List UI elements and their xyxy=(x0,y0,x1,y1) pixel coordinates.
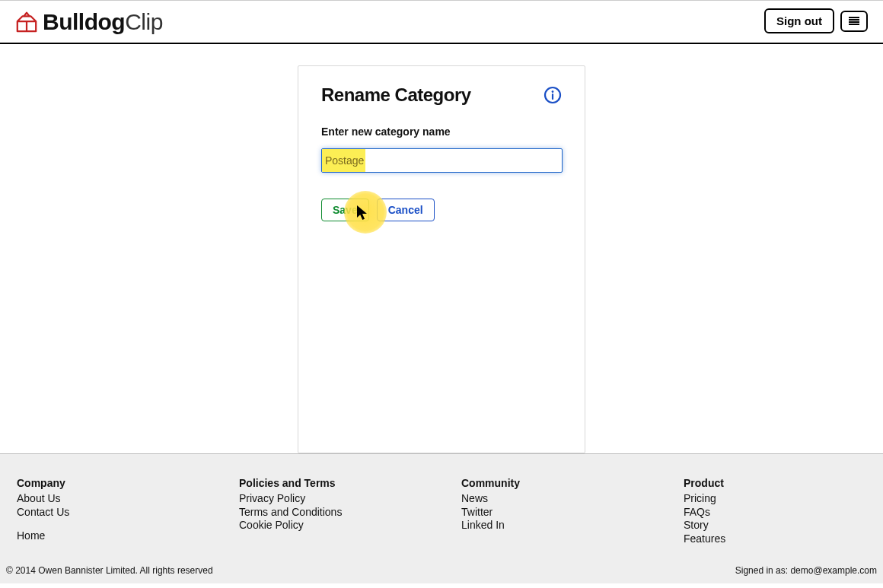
copyright-text: © 2014 Owen Bannister Limited. All right… xyxy=(6,565,213,576)
bulldog-clip-icon xyxy=(15,10,38,33)
footer: Company About Us Contact Us Home Policie… xyxy=(0,453,883,583)
footer-link-linkedin[interactable]: Linked In xyxy=(461,519,684,532)
footer-link-about[interactable]: About Us xyxy=(17,492,239,506)
info-icon[interactable] xyxy=(544,86,562,104)
category-name-label: Enter new category name xyxy=(321,126,562,138)
footer-column-product: Product Pricing FAQs Story Features xyxy=(684,477,866,545)
footer-link-cookie[interactable]: Cookie Policy xyxy=(239,519,461,532)
footer-link-story[interactable]: Story xyxy=(684,519,866,532)
main-content: Rename Category Enter new category name … xyxy=(0,44,883,453)
svg-rect-4 xyxy=(552,94,553,100)
footer-link-news[interactable]: News xyxy=(461,492,684,506)
footer-link-twitter[interactable]: Twitter xyxy=(461,506,684,520)
menu-button[interactable] xyxy=(840,11,868,32)
footer-heading-policies: Policies and Terms xyxy=(239,477,461,489)
main-header: BulldogClip Sign out xyxy=(0,1,883,44)
cancel-button[interactable]: Cancel xyxy=(377,199,435,221)
save-button[interactable]: Save xyxy=(321,199,369,221)
card-title: Rename Category xyxy=(321,84,471,106)
footer-link-contact[interactable]: Contact Us xyxy=(17,506,239,520)
footer-link-pricing[interactable]: Pricing xyxy=(684,492,866,506)
signed-in-text: Signed in as: demo@example.com xyxy=(735,565,877,576)
brand-logo[interactable]: BulldogClip xyxy=(15,7,163,35)
category-name-input[interactable] xyxy=(321,148,563,173)
category-name-input-wrap: Postage xyxy=(321,148,563,173)
footer-heading-community: Community xyxy=(461,477,684,489)
footer-link-terms[interactable]: Terms and Conditions xyxy=(239,506,461,520)
sign-out-button[interactable]: Sign out xyxy=(764,8,834,33)
hamburger-icon xyxy=(849,17,859,26)
svg-point-3 xyxy=(552,91,554,93)
footer-link-privacy[interactable]: Privacy Policy xyxy=(239,492,461,506)
footer-heading-company: Company xyxy=(17,477,239,489)
footer-heading-product: Product xyxy=(684,477,866,489)
footer-column-community: Community News Twitter Linked In xyxy=(461,477,684,545)
brand-name-bold: Bulldog xyxy=(43,9,125,34)
footer-link-faqs[interactable]: FAQs xyxy=(684,506,866,520)
rename-category-card: Rename Category Enter new category name … xyxy=(298,65,585,453)
footer-link-features[interactable]: Features xyxy=(684,532,866,546)
footer-link-home[interactable]: Home xyxy=(17,529,239,543)
footer-column-policies: Policies and Terms Privacy Policy Terms … xyxy=(239,477,461,545)
brand-name-light: Clip xyxy=(125,9,163,34)
footer-column-company: Company About Us Contact Us Home xyxy=(17,477,239,545)
